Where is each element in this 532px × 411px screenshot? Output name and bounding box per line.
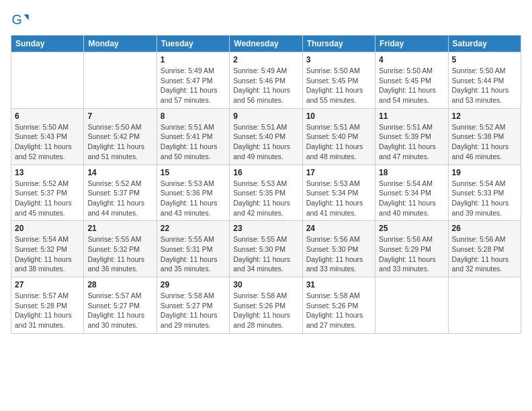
calendar-cell: 2Sunrise: 5:49 AM Sunset: 5:46 PM Daylig… <box>230 52 302 109</box>
day-number: 30 <box>233 280 298 289</box>
calendar-cell: 29Sunrise: 5:58 AM Sunset: 5:27 PM Dayli… <box>157 277 229 334</box>
calendar-cell: 24Sunrise: 5:56 AM Sunset: 5:30 PM Dayli… <box>302 221 375 277</box>
calendar-cell <box>375 277 448 334</box>
calendar-cell: 23Sunrise: 5:55 AM Sunset: 5:30 PM Dayli… <box>230 221 302 277</box>
calendar-cell: 16Sunrise: 5:53 AM Sunset: 5:35 PM Dayli… <box>230 165 302 221</box>
calendar-cell: 8Sunrise: 5:51 AM Sunset: 5:41 PM Daylig… <box>157 108 229 165</box>
day-info: Sunrise: 5:56 AM Sunset: 5:28 PM Dayligh… <box>452 234 517 274</box>
calendar-cell: 17Sunrise: 5:53 AM Sunset: 5:34 PM Dayli… <box>302 165 375 221</box>
calendar-cell: 5Sunrise: 5:50 AM Sunset: 5:44 PM Daylig… <box>448 52 521 109</box>
calendar-week-row: 1Sunrise: 5:49 AM Sunset: 5:47 PM Daylig… <box>11 52 521 109</box>
day-number: 27 <box>15 280 80 289</box>
calendar-cell: 21Sunrise: 5:55 AM Sunset: 5:32 PM Dayli… <box>84 221 157 277</box>
calendar-header-cell: Sunday <box>11 36 84 52</box>
calendar-cell: 14Sunrise: 5:52 AM Sunset: 5:37 PM Dayli… <box>84 165 157 221</box>
day-info: Sunrise: 5:49 AM Sunset: 5:47 PM Dayligh… <box>161 66 226 105</box>
calendar-header-cell: Tuesday <box>157 36 229 52</box>
day-info: Sunrise: 5:57 AM Sunset: 5:28 PM Dayligh… <box>15 291 80 330</box>
day-number: 12 <box>452 111 517 121</box>
svg-marker-1 <box>24 15 29 20</box>
day-number: 6 <box>15 111 80 121</box>
day-info: Sunrise: 5:51 AM Sunset: 5:41 PM Dayligh… <box>161 122 226 162</box>
calendar-cell: 15Sunrise: 5:53 AM Sunset: 5:36 PM Dayli… <box>157 165 229 221</box>
svg-text:G: G <box>11 12 21 27</box>
day-info: Sunrise: 5:53 AM Sunset: 5:34 PM Dayligh… <box>306 179 371 218</box>
calendar-header-cell: Thursday <box>302 36 375 52</box>
day-info: Sunrise: 5:51 AM Sunset: 5:40 PM Dayligh… <box>306 122 371 162</box>
day-info: Sunrise: 5:49 AM Sunset: 5:46 PM Dayligh… <box>233 66 298 105</box>
day-number: 19 <box>452 168 517 177</box>
calendar-cell: 27Sunrise: 5:57 AM Sunset: 5:28 PM Dayli… <box>11 277 84 334</box>
day-number: 17 <box>306 168 371 177</box>
day-number: 2 <box>233 55 298 64</box>
day-number: 14 <box>87 168 152 177</box>
day-number: 5 <box>452 55 517 64</box>
calendar-header-cell: Saturday <box>448 36 521 52</box>
calendar-cell <box>11 52 84 109</box>
day-info: Sunrise: 5:53 AM Sunset: 5:36 PM Dayligh… <box>161 179 226 218</box>
day-number: 4 <box>379 55 444 64</box>
day-number: 8 <box>161 111 226 121</box>
calendar-cell: 10Sunrise: 5:51 AM Sunset: 5:40 PM Dayli… <box>302 108 375 165</box>
calendar-cell: 3Sunrise: 5:50 AM Sunset: 5:45 PM Daylig… <box>302 52 375 109</box>
day-info: Sunrise: 5:56 AM Sunset: 5:30 PM Dayligh… <box>306 234 371 274</box>
day-number: 23 <box>233 224 298 233</box>
day-info: Sunrise: 5:54 AM Sunset: 5:32 PM Dayligh… <box>15 234 80 274</box>
day-info: Sunrise: 5:52 AM Sunset: 5:37 PM Dayligh… <box>87 179 152 218</box>
calendar-week-row: 13Sunrise: 5:52 AM Sunset: 5:37 PM Dayli… <box>11 165 521 221</box>
day-info: Sunrise: 5:58 AM Sunset: 5:26 PM Dayligh… <box>306 291 371 330</box>
calendar-cell <box>84 52 157 109</box>
day-info: Sunrise: 5:58 AM Sunset: 5:27 PM Dayligh… <box>161 291 226 330</box>
day-info: Sunrise: 5:54 AM Sunset: 5:33 PM Dayligh… <box>452 179 517 218</box>
page-header: G <box>11 11 521 30</box>
day-number: 25 <box>379 224 444 233</box>
day-info: Sunrise: 5:50 AM Sunset: 5:42 PM Dayligh… <box>87 122 152 162</box>
day-info: Sunrise: 5:55 AM Sunset: 5:32 PM Dayligh… <box>87 234 152 274</box>
calendar-header-cell: Wednesday <box>230 36 302 52</box>
day-number: 10 <box>306 111 371 121</box>
day-number: 22 <box>161 224 226 233</box>
day-info: Sunrise: 5:55 AM Sunset: 5:30 PM Dayligh… <box>233 234 298 274</box>
day-number: 15 <box>161 168 226 177</box>
calendar-cell: 11Sunrise: 5:51 AM Sunset: 5:39 PM Dayli… <box>375 108 448 165</box>
calendar-header-cell: Monday <box>84 36 157 52</box>
day-number: 16 <box>233 168 298 177</box>
calendar-week-row: 6Sunrise: 5:50 AM Sunset: 5:43 PM Daylig… <box>11 108 521 165</box>
day-number: 7 <box>87 111 152 121</box>
calendar-cell: 19Sunrise: 5:54 AM Sunset: 5:33 PM Dayli… <box>448 165 521 221</box>
day-info: Sunrise: 5:50 AM Sunset: 5:45 PM Dayligh… <box>379 66 444 105</box>
calendar-cell: 9Sunrise: 5:51 AM Sunset: 5:40 PM Daylig… <box>230 108 302 165</box>
calendar-cell: 31Sunrise: 5:58 AM Sunset: 5:26 PM Dayli… <box>302 277 375 334</box>
calendar-cell: 30Sunrise: 5:58 AM Sunset: 5:26 PM Dayli… <box>230 277 302 334</box>
day-info: Sunrise: 5:50 AM Sunset: 5:43 PM Dayligh… <box>15 122 80 162</box>
calendar-body: 1Sunrise: 5:49 AM Sunset: 5:47 PM Daylig… <box>11 52 521 334</box>
calendar-week-row: 20Sunrise: 5:54 AM Sunset: 5:32 PM Dayli… <box>11 221 521 277</box>
day-number: 9 <box>233 111 298 121</box>
logo: G <box>11 11 32 30</box>
calendar-cell: 28Sunrise: 5:57 AM Sunset: 5:27 PM Dayli… <box>84 277 157 334</box>
calendar-cell: 4Sunrise: 5:50 AM Sunset: 5:45 PM Daylig… <box>375 52 448 109</box>
day-number: 13 <box>15 168 80 177</box>
calendar-header-row: SundayMondayTuesdayWednesdayThursdayFrid… <box>11 36 521 52</box>
day-info: Sunrise: 5:55 AM Sunset: 5:31 PM Dayligh… <box>161 234 226 274</box>
calendar-cell: 26Sunrise: 5:56 AM Sunset: 5:28 PM Dayli… <box>448 221 521 277</box>
day-number: 11 <box>379 111 444 121</box>
calendar-cell: 18Sunrise: 5:54 AM Sunset: 5:34 PM Dayli… <box>375 165 448 221</box>
calendar-cell <box>448 277 521 334</box>
day-number: 1 <box>161 55 226 64</box>
day-number: 18 <box>379 168 444 177</box>
day-number: 21 <box>87 224 152 233</box>
calendar-cell: 25Sunrise: 5:56 AM Sunset: 5:29 PM Dayli… <box>375 221 448 277</box>
day-number: 3 <box>306 55 371 64</box>
calendar-cell: 12Sunrise: 5:52 AM Sunset: 5:38 PM Dayli… <box>448 108 521 165</box>
day-info: Sunrise: 5:54 AM Sunset: 5:34 PM Dayligh… <box>379 179 444 218</box>
day-info: Sunrise: 5:50 AM Sunset: 5:44 PM Dayligh… <box>452 66 517 105</box>
calendar-cell: 6Sunrise: 5:50 AM Sunset: 5:43 PM Daylig… <box>11 108 84 165</box>
day-info: Sunrise: 5:53 AM Sunset: 5:35 PM Dayligh… <box>233 179 298 218</box>
day-info: Sunrise: 5:52 AM Sunset: 5:38 PM Dayligh… <box>452 122 517 162</box>
day-number: 31 <box>306 280 371 289</box>
calendar-cell: 7Sunrise: 5:50 AM Sunset: 5:42 PM Daylig… <box>84 108 157 165</box>
day-info: Sunrise: 5:57 AM Sunset: 5:27 PM Dayligh… <box>87 291 152 330</box>
day-number: 26 <box>452 224 517 233</box>
day-info: Sunrise: 5:51 AM Sunset: 5:39 PM Dayligh… <box>379 122 444 162</box>
